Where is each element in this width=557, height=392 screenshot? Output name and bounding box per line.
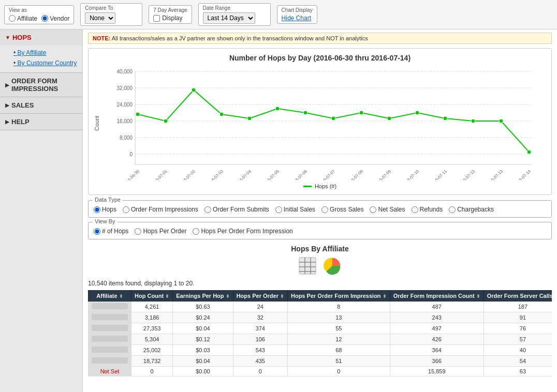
- sales-arrow: ▶: [5, 102, 9, 108]
- dt-gs-label[interactable]: Gross Sales: [321, 206, 363, 213]
- affiliate-radio-label[interactable]: Affiliate: [9, 15, 37, 22]
- svg-text:40,000: 40,000: [116, 69, 133, 74]
- svg-text:2016-07-13: 2016-07-13: [486, 169, 504, 180]
- td-hpofm: 55: [287, 323, 390, 334]
- svg-point-23: [387, 116, 391, 120]
- svg-text:2016-07-14: 2016-07-14: [514, 169, 532, 180]
- td-hop-count: 25,002: [131, 345, 173, 356]
- svg-text:2016-07-12: 2016-07-12: [458, 169, 476, 180]
- table-info: 10,540 items found, displaying 1 to 20.: [88, 280, 552, 287]
- th-ofsc[interactable]: Order Form Server Calls ⬍: [483, 291, 552, 301]
- hide-chart-button[interactable]: Hide Chart: [282, 14, 311, 22]
- table-row: 5,304 $0.12 106 12 426 57 11.74% 50 $649…: [89, 334, 552, 345]
- th-hop-count[interactable]: Hop Count ⬍: [131, 291, 173, 301]
- svg-text:2016-06-30: 2016-06-30: [122, 169, 141, 180]
- svg-point-17: [219, 112, 224, 116]
- sales-header[interactable]: ▶ SALES: [0, 97, 82, 113]
- td-hpofm: 51: [287, 356, 390, 367]
- dt-hops-label[interactable]: Hops: [94, 206, 116, 213]
- td-ofsc: 91: [483, 312, 552, 323]
- dt-ofi-radio[interactable]: [123, 206, 129, 213]
- order-form-header[interactable]: ▶ ORDER FORM IMPRESSIONS: [0, 73, 82, 97]
- help-section: ▶ HELP: [0, 114, 82, 130]
- td-ofsc: 63: [483, 367, 552, 376]
- dt-ns-radio[interactable]: [370, 206, 376, 213]
- td-affiliate: Not Set: [89, 367, 131, 376]
- dt-cb-label[interactable]: Chargebacks: [449, 206, 494, 213]
- date-range-label: Date Range: [203, 5, 266, 11]
- vb-hpo-radio[interactable]: [135, 228, 141, 235]
- svg-text:2016-07-07: 2016-07-07: [318, 169, 336, 180]
- svg-text:2016-07-11: 2016-07-11: [430, 169, 448, 180]
- td-hpofm: 13: [287, 312, 390, 323]
- svg-text:0: 0: [129, 152, 133, 157]
- th-hpofm[interactable]: Hops Per Order Form Impression ⬍: [287, 291, 390, 301]
- dt-rf-label[interactable]: Refunds: [412, 206, 443, 213]
- td-hpofm: 12: [287, 334, 390, 345]
- help-arrow: ▶: [5, 119, 9, 125]
- dt-ofs-radio[interactable]: [204, 206, 211, 213]
- td-affiliate: [89, 312, 131, 323]
- th-ofic[interactable]: Order Form Impression Count ⬍: [390, 291, 483, 301]
- compare-to-select[interactable]: None: [85, 12, 115, 24]
- pie-chart-icon[interactable]: [323, 256, 342, 276]
- td-eph: $0.24: [173, 312, 233, 323]
- svg-point-20: [303, 111, 307, 115]
- data-type-radios: Hops Order Form Impressions Order Form S…: [94, 206, 546, 213]
- display-checkbox[interactable]: [153, 15, 160, 22]
- vendor-radio[interactable]: [41, 15, 48, 22]
- th-eph[interactable]: Earnings Per Hop ⬍: [173, 291, 233, 301]
- dt-is-radio[interactable]: [275, 206, 282, 213]
- toolbar: View as Affiliate Vendor Compare To None…: [0, 0, 557, 29]
- td-ofsc: 40: [483, 345, 552, 356]
- dt-ofi-label[interactable]: Order Form Impressions: [123, 206, 198, 213]
- svg-text:2016-07-06: 2016-07-06: [290, 169, 309, 180]
- dt-rf-radio[interactable]: [412, 206, 418, 213]
- vb-hpofp-radio[interactable]: [193, 228, 199, 235]
- dt-gs-radio[interactable]: [321, 206, 328, 213]
- affiliate-label: Affiliate: [17, 15, 37, 22]
- vb-hpo-label[interactable]: Hops Per Order: [135, 228, 186, 235]
- svg-text:2016-07-08: 2016-07-08: [346, 169, 364, 180]
- td-affiliate: [89, 356, 131, 367]
- help-label: HELP: [11, 118, 30, 126]
- sidebar-item-by-affiliate[interactable]: By Affiliate: [10, 48, 82, 58]
- td-hop-count: 0: [131, 367, 173, 376]
- dt-is-label[interactable]: Initial Sales: [275, 206, 315, 213]
- vb-hops-radio[interactable]: [94, 228, 100, 235]
- chart-wrap: Count 40,000: [94, 66, 546, 180]
- dt-cb-radio[interactable]: [449, 206, 456, 213]
- sidebar-item-by-country[interactable]: By Customer Country: [10, 58, 82, 68]
- svg-point-21: [331, 116, 335, 120]
- help-header[interactable]: ▶ HELP: [0, 114, 82, 130]
- svg-point-18: [247, 116, 252, 120]
- table-row: 27,353 $0.04 374 55 497 76 14.69% 73 $1,…: [89, 323, 552, 334]
- td-hpo: 32: [233, 312, 287, 323]
- td-ofic: 366: [390, 356, 483, 367]
- vb-hpofp-label[interactable]: Hops Per Order Form Impression: [193, 228, 292, 235]
- hops-header[interactable]: ▼ HOPS: [0, 29, 82, 46]
- hops-label: HOPS: [12, 34, 32, 41]
- dt-hops-radio[interactable]: [94, 206, 100, 213]
- table-icon[interactable]: [298, 256, 317, 276]
- hops-section: ▼ HOPS By Affiliate By Customer Country: [0, 29, 82, 73]
- td-affiliate: [89, 323, 131, 334]
- dt-ofs-label[interactable]: Order Form Submits: [204, 206, 269, 213]
- td-hop-count: 3,186: [131, 312, 173, 323]
- chart-display-label: Chart Display: [282, 7, 313, 13]
- display-checkbox-label[interactable]: Display: [153, 14, 187, 22]
- th-affiliate[interactable]: Affiliate ⬍: [89, 291, 131, 301]
- td-ofic: 15,859: [390, 367, 483, 376]
- avg-label: 7 Day Average: [153, 7, 187, 13]
- chart-legend: Hops (#): [94, 183, 546, 189]
- svg-text:2016-07-05: 2016-07-05: [262, 169, 281, 180]
- date-range-select[interactable]: Last 14 Days: [203, 12, 255, 24]
- td-eph: $0.04: [173, 323, 233, 334]
- view-by-section: View By # of Hops Hops Per Order Hops Pe…: [88, 222, 552, 239]
- vendor-radio-label[interactable]: Vendor: [41, 15, 69, 22]
- dt-ns-label[interactable]: Net Sales: [370, 206, 405, 213]
- th-hpo[interactable]: Hops Per Order ⬍: [233, 291, 287, 301]
- hops-by-affiliate-title: Hops By Affiliate: [88, 245, 552, 253]
- vb-hops-label[interactable]: # of Hops: [94, 228, 128, 235]
- affiliate-radio[interactable]: [9, 15, 16, 22]
